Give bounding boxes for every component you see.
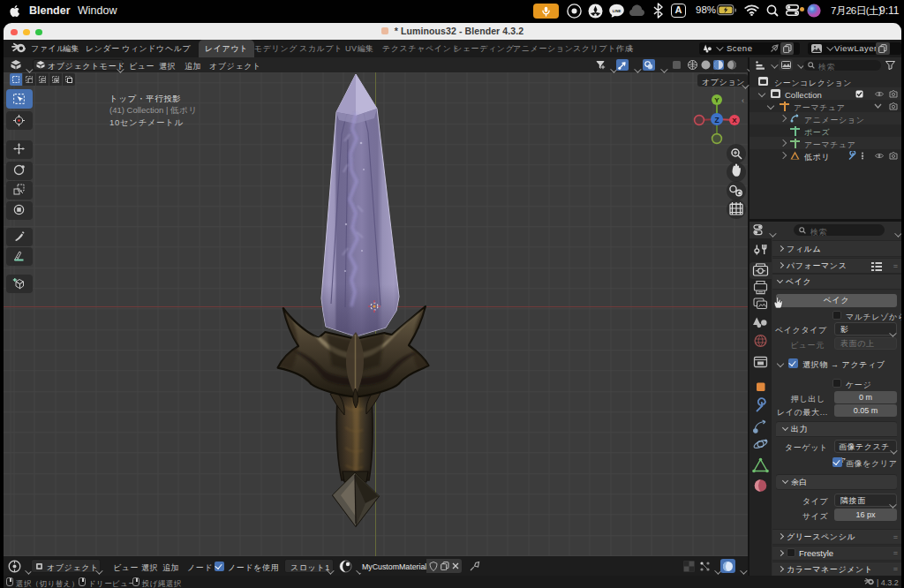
svg-text:Y: Y [714, 96, 719, 104]
svg-text:Z: Z [714, 116, 719, 124]
svg-text:LINE: LINE [613, 9, 622, 13]
svg-text:X: X [732, 117, 737, 124]
